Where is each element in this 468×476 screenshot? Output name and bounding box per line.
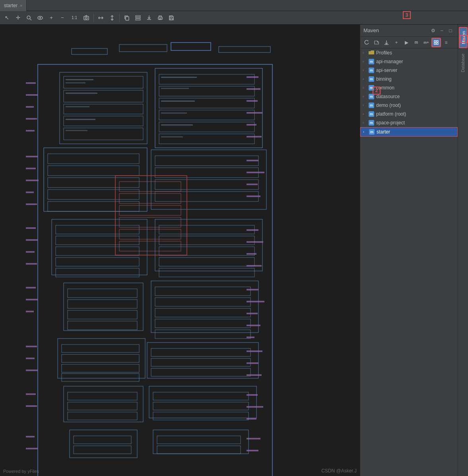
svg-rect-105 bbox=[247, 195, 260, 197]
maven-run-m-btn[interactable]: m bbox=[412, 38, 421, 47]
api-server-maven-icon: m bbox=[368, 67, 375, 74]
svg-rect-122 bbox=[247, 450, 258, 451]
svg-rect-117 bbox=[247, 374, 262, 376]
dependency-diagram bbox=[0, 25, 360, 476]
svg-rect-100 bbox=[247, 124, 256, 126]
svg-rect-159 bbox=[434, 41, 436, 42]
maven-toggle-view-btn[interactable] bbox=[431, 38, 441, 47]
starter-maven-icon: m bbox=[369, 129, 375, 135]
print-btn[interactable] bbox=[155, 13, 165, 23]
tree-item-profiles[interactable]: › Profiles bbox=[360, 48, 458, 57]
svg-rect-131 bbox=[26, 192, 34, 193]
svg-rect-7 bbox=[136, 15, 140, 17]
svg-rect-141 bbox=[26, 358, 35, 359]
tree-item-space-project[interactable]: › m space-project bbox=[360, 118, 458, 127]
main-toolbar: ↖ ✛ + − 1:1 bbox=[0, 11, 468, 25]
demo-root-maven-icon: m bbox=[368, 102, 375, 108]
svg-rect-10 bbox=[158, 17, 162, 19]
svg-rect-134 bbox=[26, 239, 38, 241]
separator-2 bbox=[119, 14, 120, 22]
svg-rect-103 bbox=[247, 172, 264, 173]
starter-chevron: › bbox=[363, 130, 367, 134]
move-tool-btn[interactable]: ✛ bbox=[13, 13, 23, 23]
zoom-out-btn[interactable]: − bbox=[57, 13, 68, 23]
svg-rect-119 bbox=[247, 406, 263, 408]
svg-rect-139 bbox=[26, 311, 34, 312]
maven-title: Maven bbox=[363, 27, 379, 33]
maven-panel: Maven ⚙ − □ bbox=[360, 25, 458, 476]
svg-rect-101 bbox=[247, 136, 262, 137]
starter-tab[interactable]: starter × bbox=[0, 0, 27, 11]
svg-rect-113 bbox=[247, 325, 260, 326]
save-btn[interactable] bbox=[166, 13, 177, 23]
maven-add-profile-btn[interactable] bbox=[372, 38, 381, 47]
tree-item-binning[interactable]: › m binning bbox=[360, 75, 458, 83]
svg-rect-130 bbox=[26, 180, 39, 181]
zoom-search-btn[interactable] bbox=[24, 13, 34, 23]
maven-side-tab[interactable]: Maven bbox=[459, 27, 468, 48]
tree-item-starter[interactable]: › m starter bbox=[360, 127, 458, 137]
tab-close-btn[interactable]: × bbox=[20, 3, 22, 8]
svg-rect-115 bbox=[247, 350, 262, 352]
maven-settings-btn[interactable]: ⚙ bbox=[429, 27, 437, 35]
powered-by: Powered by yFiles bbox=[3, 469, 39, 474]
tree-item-demo-root[interactable]: › m demo (root) bbox=[360, 101, 458, 110]
maven-toolbar: + ▶ m m+ ≡ bbox=[360, 37, 458, 48]
orient-btn[interactable] bbox=[107, 13, 117, 23]
maven-maximize-btn[interactable]: □ bbox=[447, 27, 454, 35]
export-btn[interactable] bbox=[144, 13, 154, 23]
demo-root-chevron: › bbox=[363, 103, 367, 107]
maven-run-m2-btn[interactable]: m+ bbox=[421, 38, 431, 47]
svg-rect-12 bbox=[170, 16, 172, 17]
svg-rect-98 bbox=[247, 100, 258, 102]
tab-bar: starter × bbox=[0, 0, 468, 11]
svg-rect-160 bbox=[437, 41, 438, 42]
svg-rect-11 bbox=[170, 18, 173, 20]
tree-item-common[interactable]: › m common bbox=[360, 83, 458, 92]
datasource-maven-icon: m bbox=[368, 93, 375, 100]
svg-rect-146 bbox=[26, 448, 38, 449]
actual-size-btn[interactable]: 1:1 bbox=[68, 13, 80, 23]
select-tool-btn[interactable]: ↖ bbox=[2, 13, 12, 23]
tree-item-platform-root[interactable]: › m platform (root) bbox=[360, 110, 458, 118]
eye-btn[interactable] bbox=[35, 13, 45, 23]
svg-rect-162 bbox=[437, 43, 438, 45]
toggle-layout-btn[interactable] bbox=[96, 13, 106, 23]
maven-add-btn[interactable]: + bbox=[392, 38, 401, 47]
tree-item-api-manager[interactable]: › m api-manager bbox=[360, 57, 458, 66]
svg-rect-111 bbox=[247, 301, 264, 302]
svg-rect-13 bbox=[0, 25, 360, 476]
database-side-tab[interactable]: Database bbox=[459, 50, 468, 75]
maven-refresh-btn[interactable] bbox=[362, 38, 371, 47]
screenshot-btn[interactable] bbox=[81, 13, 91, 23]
svg-rect-138 bbox=[26, 299, 38, 300]
csdn-watermark: CSDN @Asker.J bbox=[321, 468, 357, 474]
layout-v-btn[interactable] bbox=[133, 13, 143, 23]
maven-tree[interactable]: › Profiles › m api-manager › m bbox=[360, 48, 458, 476]
svg-rect-126 bbox=[26, 118, 37, 120]
svg-rect-157 bbox=[161, 124, 193, 126]
svg-rect-135 bbox=[26, 251, 35, 253]
svg-rect-99 bbox=[247, 112, 262, 114]
tree-item-datasource[interactable]: › m datasource bbox=[360, 92, 458, 101]
svg-rect-143 bbox=[26, 393, 36, 395]
datasource-chevron: › bbox=[363, 95, 367, 99]
maven-minimize-btn[interactable]: − bbox=[438, 27, 446, 35]
maven-download-btn[interactable] bbox=[382, 38, 391, 47]
svg-rect-137 bbox=[26, 287, 36, 288]
svg-rect-121 bbox=[247, 438, 260, 439]
svg-rect-151 bbox=[66, 119, 95, 120]
svg-rect-133 bbox=[26, 227, 36, 229]
tree-item-api-server[interactable]: › m api-server bbox=[360, 66, 458, 75]
zoom-in-btn[interactable]: + bbox=[46, 13, 56, 23]
canvas-area[interactable]: Powered by yFiles CSDN @Asker.J bbox=[0, 25, 360, 476]
platform-root-chevron: › bbox=[363, 112, 367, 116]
svg-rect-124 bbox=[26, 94, 38, 96]
svg-rect-152 bbox=[66, 130, 87, 131]
svg-rect-97 bbox=[247, 88, 260, 90]
copy-btn[interactable] bbox=[122, 13, 132, 23]
svg-rect-127 bbox=[26, 130, 35, 132]
svg-rect-140 bbox=[26, 346, 37, 347]
maven-settings2-btn[interactable]: ≡ bbox=[441, 38, 451, 47]
maven-run-btn[interactable]: ▶ bbox=[402, 38, 411, 47]
